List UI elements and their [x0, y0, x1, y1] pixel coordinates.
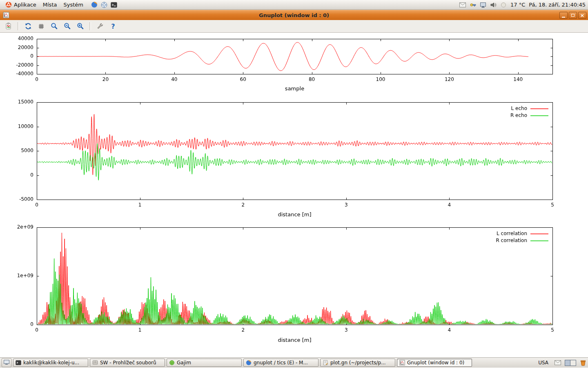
settings-button[interactable]	[95, 21, 105, 31]
minimize-button[interactable]	[559, 12, 568, 19]
toolbar-separator	[18, 22, 19, 30]
menu-places[interactable]: Místa	[40, 1, 60, 9]
magnifier-icon	[51, 22, 58, 30]
close-icon: ×	[580, 13, 585, 18]
firefox-icon	[246, 360, 252, 366]
help-launcher-icon[interactable]	[101, 2, 107, 8]
show-desktop-icon	[4, 360, 9, 366]
weather-label[interactable]: 17 °C	[510, 2, 525, 8]
zoom-in-button[interactable]	[75, 21, 86, 31]
clipboard-icon	[5, 22, 12, 30]
minimize-icon	[562, 17, 565, 18]
wrench-icon	[96, 22, 104, 30]
taskbar-item-gajim[interactable]: Gajim	[167, 359, 242, 367]
display-tray-icon[interactable]	[480, 2, 486, 8]
keyboard-layout-indicator[interactable]: USA	[536, 359, 551, 366]
clock-label[interactable]: Pá, 18. září, 21:40:45	[529, 2, 586, 8]
taskbar-right: USA	[536, 359, 586, 366]
workspace-switcher[interactable]	[565, 360, 576, 366]
ubuntu-logo-icon	[5, 2, 12, 8]
terminal-launcher-icon[interactable]	[111, 2, 117, 8]
zoom-out-button[interactable]	[62, 21, 73, 31]
replot-button[interactable]	[23, 21, 33, 31]
menu-places-label: Místa	[43, 2, 57, 8]
toolbar-separator	[89, 22, 91, 30]
zoom-button[interactable]	[49, 21, 60, 31]
toggle-grid-button[interactable]	[36, 21, 47, 31]
taskbar-item-gnuplot[interactable]: Gnuplot (window id : 0)	[397, 359, 472, 367]
maximize-icon	[571, 14, 575, 17]
gnuplot-window: Gnuplot (window id : 0) ×	[0, 10, 588, 357]
taskbar-item-label: SW - Prohlížeč souborů	[100, 360, 156, 366]
grid-icon	[38, 22, 45, 30]
file-manager-icon	[92, 360, 98, 366]
taskbar-item-file-manager[interactable]: SW - Prohlížeč souborů	[90, 359, 165, 367]
menu-applications[interactable]: Aplikace	[2, 1, 39, 9]
taskbar-item-label: Gajim	[177, 360, 191, 366]
window-title: Gnuplot (window id : 0)	[0, 12, 588, 18]
bottom-taskbar: kaklik@kaklik-kolej-u... SW - Prohlížeč …	[0, 357, 588, 368]
window-titlebar[interactable]: Gnuplot (window id : 0) ×	[0, 10, 588, 20]
taskbar-item-terminal[interactable]: kaklik@kaklik-kolej-u...	[13, 359, 88, 367]
menu-system-label: Systém	[63, 2, 83, 8]
taskbar-item-label: gnuplot / tics (E) - M...	[254, 360, 308, 366]
gnuplot-icon	[399, 360, 405, 366]
window-controls: ×	[559, 12, 586, 19]
gnuplot-plot-area	[0, 33, 588, 357]
volume-tray-icon[interactable]	[490, 2, 497, 8]
magnifier-plus-icon	[77, 22, 84, 30]
taskbar-item-label: plot.gn (~/projects/p...	[330, 360, 386, 366]
plots-canvas[interactable]	[0, 33, 588, 357]
close-button[interactable]: ×	[578, 12, 586, 19]
menu-applications-label: Aplikace	[14, 2, 36, 8]
help-icon: ?	[111, 22, 115, 30]
text-editor-icon	[323, 360, 328, 366]
refresh-icon	[24, 22, 32, 30]
top-panel: Aplikace Místa Systém	[0, 0, 588, 10]
gnuplot-window-icon	[3, 12, 9, 18]
terminal-icon	[16, 360, 21, 366]
weather-tray-icon[interactable]	[500, 2, 507, 8]
show-desktop-button[interactable]	[2, 358, 11, 367]
taskbar-item-label: kaklik@kaklik-kolej-u...	[23, 360, 79, 366]
panel-launchers	[91, 2, 117, 8]
copy-to-clipboard-button[interactable]	[3, 21, 14, 31]
gajim-icon	[169, 360, 175, 366]
gnuplot-toolbar: ?	[0, 20, 588, 33]
maximize-button[interactable]	[569, 12, 577, 19]
trash-icon[interactable]	[580, 359, 586, 366]
firefox-launcher-icon[interactable]	[91, 2, 98, 8]
keyring-tray-icon[interactable]	[470, 2, 476, 8]
taskbar-item-label: Gnuplot (window id : 0)	[407, 360, 464, 366]
mail-notification-icon[interactable]	[555, 359, 561, 366]
magnifier-minus-icon	[64, 22, 71, 30]
taskbar-item-text-editor[interactable]: plot.gn (~/projects/p...	[320, 359, 395, 367]
menu-system[interactable]: Systém	[60, 1, 86, 9]
taskbar-item-firefox[interactable]: gnuplot / tics (E) - M...	[243, 359, 318, 367]
panel-tray: 17 °C Pá, 18. září, 21:40:45	[459, 2, 586, 8]
mail-tray-icon[interactable]	[459, 2, 466, 8]
desktop: Aplikace Místa Systém	[0, 0, 588, 368]
panel-menus: Aplikace Místa Systém	[2, 1, 117, 9]
help-button[interactable]: ?	[108, 21, 118, 31]
